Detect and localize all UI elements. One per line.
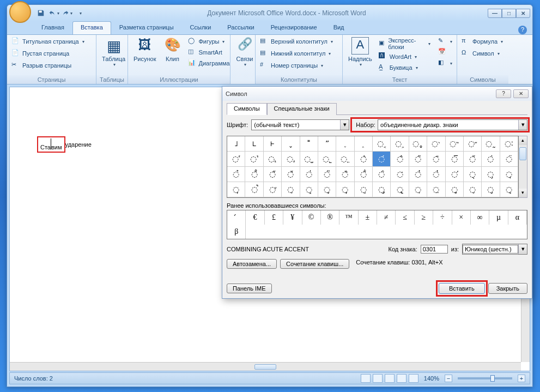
recent-cell[interactable]: µ: [489, 210, 508, 225]
tab-mailings[interactable]: Рассылки: [219, 21, 262, 34]
recent-cell[interactable]: €: [246, 210, 264, 225]
symbol-cell[interactable]: ◌˻: [264, 152, 282, 167]
set-dropdown-icon[interactable]: ▾: [518, 120, 527, 130]
recent-cell[interactable]: £: [265, 210, 283, 225]
zoom-out-button[interactable]: −: [445, 375, 452, 382]
symbol-cell[interactable]: ◌̨: [500, 182, 518, 197]
symbol-cell[interactable]: ◌˽: [300, 152, 318, 167]
symbol-cell[interactable]: ◌˿: [336, 152, 354, 167]
symbol-cell[interactable]: ◌˲: [391, 136, 409, 152]
recent-cell[interactable]: ≥: [415, 210, 433, 225]
symbol-cell[interactable]: ◌̝: [300, 182, 318, 197]
formula-button[interactable]: πФормула▾: [459, 36, 505, 47]
tab-references[interactable]: Ссылки: [182, 21, 220, 34]
symbol-cell[interactable]: ˯: [336, 136, 354, 152]
symbol-cell[interactable]: ◌˾: [318, 152, 336, 167]
symbol-cell[interactable]: ◌̕: [446, 167, 464, 182]
symbol-cell[interactable]: ˭: [300, 136, 318, 152]
maximize-button[interactable]: □: [502, 9, 516, 18]
scroll-down-icon[interactable]: ▾: [519, 189, 527, 197]
close-dialog-button[interactable]: Закрыть: [488, 283, 527, 294]
page-break-button[interactable]: ✂Разрыв страницы: [9, 60, 74, 71]
blank-page-button[interactable]: 📄Пустая страница: [9, 48, 71, 59]
symbol-cell[interactable]: ◌˶: [464, 136, 482, 152]
symbol-cell[interactable]: ◌̄: [427, 152, 445, 167]
clip-button[interactable]: 🎨Клип: [161, 36, 185, 63]
symbol-cell[interactable]: ◌˵: [446, 136, 464, 152]
tab-home[interactable]: Главная: [33, 21, 72, 34]
symbol-cell[interactable]: ◌̤: [427, 182, 445, 197]
recent-cell[interactable]: ©: [302, 210, 321, 225]
recent-cell[interactable]: ≤: [396, 210, 414, 225]
symbol-cell[interactable]: ◌˹: [227, 152, 245, 167]
redo-icon[interactable]: ▾: [62, 8, 72, 19]
tab-view[interactable]: Вид: [325, 21, 353, 34]
symbol-cell[interactable]: ◌̗: [482, 167, 500, 182]
symbol-cell[interactable]: ◌̣: [409, 182, 427, 197]
header-button[interactable]: ▤Верхний колонтитул▾: [258, 36, 335, 47]
h-scroll-thumb[interactable]: [254, 364, 276, 370]
view-print-layout[interactable]: [361, 374, 371, 383]
wordart-button[interactable]: 🅰WordArt▾: [377, 51, 433, 62]
symbol-cell[interactable]: ◌̆: [464, 152, 482, 167]
recent-cell[interactable]: ×: [452, 210, 471, 225]
font-dropdown-icon[interactable]: ▾: [340, 120, 349, 130]
symbol-cell[interactable]: ◌̞: [318, 182, 336, 197]
chart-button[interactable]: 📊Диаграмма: [186, 58, 232, 69]
symbol-cell[interactable]: ˫: [264, 136, 282, 152]
symbol-cell[interactable]: ◌̊: [245, 167, 263, 182]
zoom-level[interactable]: 140%: [424, 375, 439, 382]
shapes-button[interactable]: ◯Фигуры▾: [186, 36, 232, 47]
symbol-cell[interactable]: ◌̡: [373, 182, 391, 197]
tab-page-layout[interactable]: Разметка страницы: [111, 21, 182, 34]
qat-customize-icon[interactable]: ▾: [75, 8, 86, 19]
from-dropdown-icon[interactable]: ▾: [518, 244, 527, 254]
office-button[interactable]: [9, 1, 31, 23]
table-button[interactable]: ▦Таблица▾: [99, 36, 129, 68]
symbol-button[interactable]: ΩСимвол▾: [459, 48, 502, 59]
zoom-in-button[interactable]: +: [518, 375, 525, 382]
symbol-cell[interactable]: ◌̉: [227, 167, 245, 182]
shortcut-button[interactable]: Сочетание клавиш...: [280, 259, 349, 269]
footer-button[interactable]: ▤Нижний колонтитул▾: [258, 48, 333, 59]
grid-scrollbar[interactable]: ▴ ▾: [519, 136, 527, 198]
symbol-cell[interactable]: ◌̟: [336, 182, 354, 197]
smartart-button[interactable]: ◫SmartArt: [186, 47, 232, 58]
from-input[interactable]: [463, 245, 518, 254]
symbol-cell[interactable]: ◌˺: [245, 152, 263, 167]
recent-cell[interactable]: α: [508, 210, 527, 225]
scroll-track[interactable]: [519, 145, 527, 189]
symbol-cell[interactable]: ◌˼: [282, 152, 300, 167]
recent-cell[interactable]: β: [227, 225, 246, 239]
symbol-cell[interactable]: ◌̚: [245, 182, 263, 197]
picture-button[interactable]: 🖼Рисунок: [130, 36, 160, 63]
symbol-cell[interactable]: ◌̃: [409, 152, 427, 167]
close-button[interactable]: ✕: [516, 9, 530, 18]
view-draft[interactable]: [409, 374, 418, 383]
recent-cell[interactable]: ¥: [283, 210, 302, 225]
symbol-cell[interactable]: ◌̌: [282, 167, 300, 182]
recent-cell[interactable]: ÷: [433, 210, 452, 225]
date-button[interactable]: 📅: [436, 47, 454, 58]
symbol-cell[interactable]: ◌̢: [391, 182, 409, 197]
symbol-cell[interactable]: ◌̈: [500, 152, 518, 167]
recent-cell[interactable]: ∞: [471, 210, 489, 225]
symbol-cell[interactable]: ◌˳: [409, 136, 427, 152]
scroll-up-icon[interactable]: ▴: [519, 136, 527, 145]
symbol-cell[interactable]: ◌̋: [264, 167, 282, 182]
view-outline[interactable]: [397, 374, 406, 383]
dialog-help-button[interactable]: ?: [496, 89, 511, 98]
quickparts-button[interactable]: ▣Экспресс-блоки▾: [377, 36, 433, 51]
symbol-cell[interactable]: ◌̎: [318, 167, 336, 182]
dialog-close-button[interactable]: ✕: [513, 89, 529, 98]
word-count[interactable]: Число слов: 2: [14, 375, 53, 382]
set-input[interactable]: [378, 122, 518, 128]
symbol-cell[interactable]: ◌̒: [391, 167, 409, 182]
tab-review[interactable]: Рецензирование: [263, 21, 325, 34]
symbol-cell[interactable]: ◌̙: [227, 182, 245, 197]
save-icon[interactable]: [35, 8, 46, 19]
recent-cell[interactable]: ®: [321, 210, 339, 225]
sig-button[interactable]: ✎▾: [436, 36, 454, 47]
symbol-cell[interactable]: ◌̏: [336, 167, 354, 182]
zoom-slider[interactable]: [458, 377, 512, 379]
